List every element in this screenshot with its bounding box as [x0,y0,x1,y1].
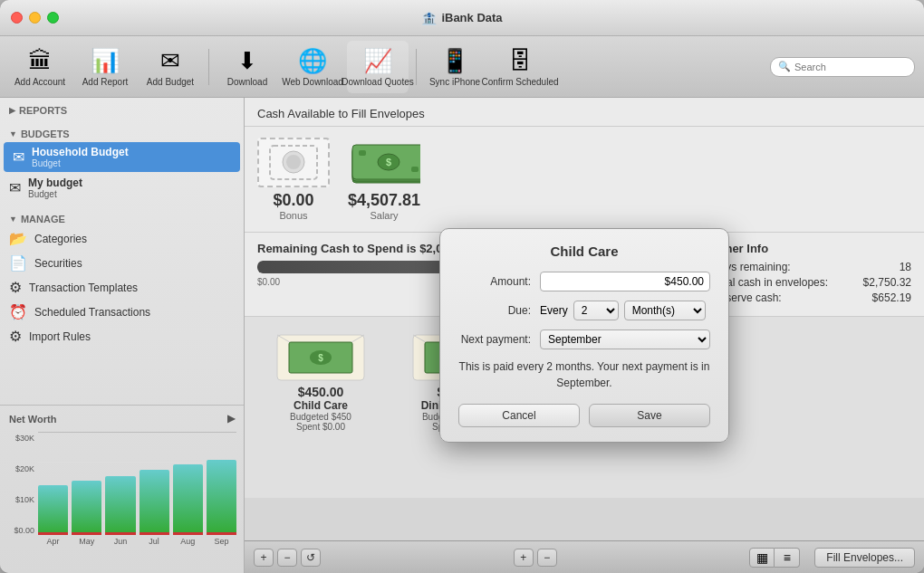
add-budget-icon: ✉ [160,47,180,75]
sidebar: ▶ REPORTS ▼ BUDGETS ✉ Household Budget B… [0,98,245,573]
add-report-icon: 📊 [91,47,120,75]
sidebar-item-household-budget[interactable]: ✉ Household Budget Budget [4,142,240,172]
chart-xlabel-apr: Apr [38,537,68,546]
budgets-section: ▼ BUDGETS ✉ Household Budget Budget ✉ My… [0,121,244,206]
window-controls [11,12,59,24]
manage-section: ▼ MANAGE 📂 Categories 📄 Securities ⚙ Tra… [0,206,244,352]
app-icon: 🏦 [421,11,437,25]
import-rules-icon: ⚙ [9,328,22,345]
modal-next-payment-label: Next payment: [458,333,540,346]
web-download-button[interactable]: 🌐 Web Download [282,41,343,93]
sidebar-item-import-rules[interactable]: ⚙ Import Rules [0,324,244,349]
modal-info-text: This is paid every 2 months. Your next p… [458,358,710,391]
chart-bar-jun [105,476,135,535]
net-worth-chart: $30K $20K $10K $0.00 [0,428,244,573]
reports-arrow: ▶ [9,106,15,115]
household-budget-name: Household Budget [32,146,129,158]
add-account-label: Add Account [14,77,65,87]
modal-due-number-select[interactable]: 2 1 3 4 6 [573,301,619,320]
sidebar-item-transaction-templates[interactable]: ⚙ Transaction Templates [0,275,244,300]
reports-label: REPORTS [19,105,67,116]
scheduled-transactions-label: Scheduled Transactions [34,306,150,319]
main-area: ▶ REPORTS ▼ BUDGETS ✉ Household Budget B… [0,98,924,573]
household-budget-text: Household Budget Budget [32,146,129,168]
chart-ylabel-0: $0.00 [7,526,34,535]
web-download-icon: 🌐 [298,47,327,75]
chart-bar-aug [173,464,203,535]
chart-xlabel-jun: Jun [105,537,135,546]
manage-arrow: ▼ [9,215,17,224]
chart-bar-sep [207,460,236,535]
net-worth-area: Net Worth ▶ $30K $20K $10K $0.00 [0,405,244,573]
transaction-templates-label: Transaction Templates [29,282,138,294]
close-button[interactable] [11,12,23,24]
chart-xlabel-aug: Aug [173,537,203,546]
modal-due-label: Due: [458,304,540,317]
net-worth-label: Net Worth [9,414,56,425]
separator-2 [416,49,417,85]
add-account-button[interactable]: 🏛 Add Account [9,41,71,93]
add-report-button[interactable]: 📊 Add Report [74,41,136,93]
add-budget-label: Add Budget [147,77,194,87]
modal-cancel-button[interactable]: Cancel [458,404,580,427]
search-icon: 🔍 [778,61,791,72]
categories-icon: 📂 [9,230,27,247]
download-button[interactable]: ⬇ Download [217,41,278,93]
modal-amount-input[interactable] [540,272,710,291]
download-icon: ⬇ [237,47,257,75]
confirm-scheduled-label: Confirm Scheduled [481,77,558,87]
window-title: iBank Data [441,11,502,24]
add-report-label: Add Report [82,77,129,87]
transaction-templates-icon: ⚙ [9,279,22,296]
modal-buttons: Cancel Save [458,404,710,427]
child-care-modal: Child Care Amount: Due: Every 2 1 3 [439,228,729,443]
import-rules-label: Import Rules [29,330,91,343]
chart-ylabel-20k: $20K [7,464,34,473]
modal-due-group: Every 2 1 3 4 6 Month(s) Day(s) [540,301,710,320]
chart-bar-apr [38,485,68,535]
maximize-button[interactable] [47,12,59,24]
separator-1 [208,49,209,85]
my-budget-name: My budget [28,177,82,189]
net-worth-header[interactable]: Net Worth ▶ [0,409,244,428]
modal-due-period-select[interactable]: Month(s) Day(s) Week(s) Year(s) [624,301,706,320]
sidebar-item-categories[interactable]: 📂 Categories [0,226,244,251]
sidebar-item-securities[interactable]: 📄 Securities [0,251,244,275]
download-quotes-label: Download Quotes [342,77,414,87]
chart-bar-may [72,481,101,535]
toolbar: 🏛 Add Account 📊 Add Report ✉ Add Budget … [0,36,924,98]
my-budget-sub: Budget [28,189,82,199]
search-input[interactable] [794,62,907,72]
my-budget-text: My budget Budget [28,177,82,199]
securities-label: Securities [34,257,82,270]
securities-icon: 📄 [9,254,27,272]
confirm-scheduled-button[interactable]: 🗄 Confirm Scheduled [489,41,551,93]
manage-header[interactable]: ▼ MANAGE [0,210,244,226]
budgets-header[interactable]: ▼ BUDGETS [0,125,244,141]
net-worth-arrow: ▶ [227,413,235,425]
scheduled-transactions-icon: ⏰ [9,303,27,320]
modal-next-payment-select[interactable]: September July August October November [540,329,710,349]
modal-save-button[interactable]: Save [589,404,710,427]
net-worth-section: Net Worth ▶ $30K $20K $10K $0.00 [0,405,244,573]
download-quotes-button[interactable]: 📈 Download Quotes [347,41,409,93]
sync-iphone-label: Sync iPhone [429,77,480,87]
household-budget-icon: ✉ [13,148,24,166]
main-window: 🏦 iBank Data 🏛 Add Account 📊 Add Report … [0,0,924,573]
household-budget-sub: Budget [32,158,129,168]
chart-bar-jul [140,470,169,535]
titlebar: 🏦 iBank Data [0,0,924,36]
manage-label: MANAGE [21,214,65,224]
sidebar-item-scheduled-transactions[interactable]: ⏰ Scheduled Transactions [0,300,244,324]
modal-due-row: Due: Every 2 1 3 4 6 Month(s) [458,301,710,320]
minimize-button[interactable] [29,12,41,24]
add-budget-button[interactable]: ✉ Add Budget [140,41,201,93]
sync-iphone-button[interactable]: 📱 Sync iPhone [424,41,486,93]
modal-overlay: Child Care Amount: Due: Every 2 1 3 [245,98,924,573]
search-box[interactable]: 🔍 [770,57,915,77]
reports-header[interactable]: ▶ REPORTS [0,101,244,118]
web-download-label: Web Download [282,77,343,87]
sidebar-item-my-budget[interactable]: ✉ My budget Budget [0,173,244,203]
budgets-label: BUDGETS [21,129,70,139]
my-budget-icon: ✉ [9,179,21,196]
